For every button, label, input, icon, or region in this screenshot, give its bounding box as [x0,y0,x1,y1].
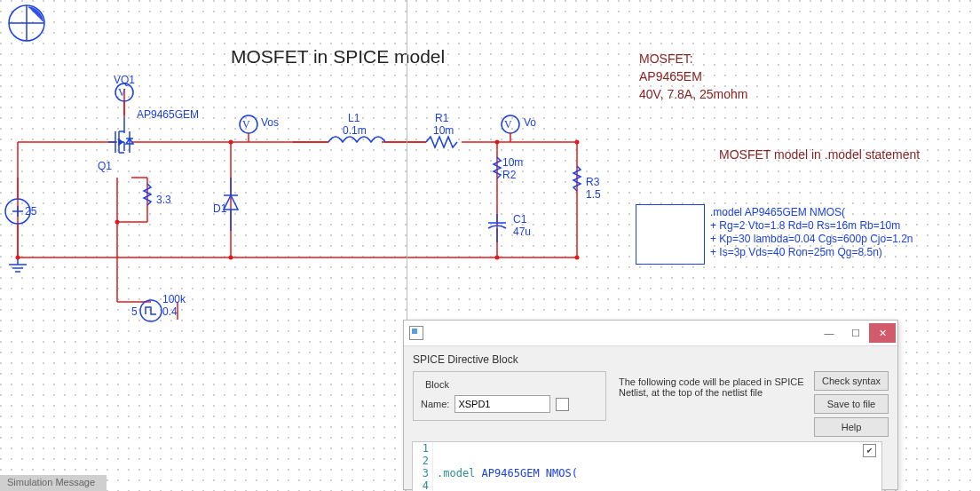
close-button[interactable]: ✕ [869,323,896,343]
r2-name: R2 [502,169,516,181]
vq1-meter-letter: V [118,86,126,99]
vos-label: Vos [261,116,279,129]
block-name-input[interactable] [454,395,550,413]
svg-point-10 [115,220,120,225]
block-legend: Block [423,379,452,390]
d1-label: D1 [213,202,226,215]
svg-point-8 [575,140,580,145]
help-button[interactable]: Help [814,417,889,437]
q1-label: Q1 [98,160,112,172]
code-lines[interactable]: .model AP9465GEM NMOS( + Rg=2 Vto=1.8 Rd… [433,442,674,491]
svg-point-4 [229,140,233,145]
dialog-info-text: The following code will be placed in SPI… [619,376,814,398]
save-to-file-button[interactable]: Save to file [814,394,889,414]
check-syntax-button[interactable]: Check syntax [814,371,889,391]
gate-r-val: 3.3 [156,194,171,206]
svg-point-5 [229,256,233,260]
anno-model-line: MOSFET model in .model statement [719,147,920,162]
dialog-heading: SPICE Directive Block [413,353,889,366]
vsrc-val: 25 [25,205,36,218]
anno-mosfet-heading: MOSFET: [639,51,693,66]
vq1-label: VQ1 [114,74,135,86]
block-fieldset: Block Name: [413,371,606,421]
directive-code-editor[interactable]: 1 2 3 4 .model AP9465GEM NMOS( + Rg=2 Vt… [412,441,882,491]
code-enable-checkbox[interactable] [863,444,876,457]
vo-meter-letter: V [504,118,512,131]
l1-name: L1 [348,112,360,124]
pulse-b: 0.4 [162,305,178,318]
r3-val: 1.5 [586,188,601,201]
dialog-titlebar[interactable]: — ☐ ✕ [404,321,897,346]
model-directive-text: .model AP9465GEM NMOS( + Rg=2 Vto=1.8 Rd… [710,206,913,259]
svg-point-9 [575,256,580,260]
part-label: AP9465GEM [137,108,199,121]
svg-point-6 [495,140,500,145]
maximize-button[interactable]: ☐ [842,323,869,343]
l1-val: 0.1m [343,124,367,137]
status-bar: Simulation Message [0,475,107,491]
c1-name: C1 [513,213,526,226]
pulse-a: 5 [131,305,138,318]
r1-val: 10m [433,124,454,137]
svg-point-7 [495,256,500,260]
anno-mosfet-part: AP9465EM [639,69,702,83]
spice-directive-symbol[interactable] [636,204,705,265]
r3-name: R3 [586,176,599,188]
anno-mosfet-rating: 40V, 7.8A, 25mohm [639,87,747,101]
r2-val: 10m [502,156,523,169]
page-edge [407,0,407,320]
svg-marker-26 [119,139,122,145]
block-checkbox[interactable] [556,398,569,411]
vo-label: Vo [524,116,536,129]
minimize-button[interactable]: — [816,323,842,343]
c1-val: 47u [513,226,531,238]
schematic-svg [0,0,621,373]
dialog-app-icon [409,326,423,340]
name-label: Name: [421,399,449,409]
vos-meter-letter: V [242,118,250,131]
r1-name: R1 [435,112,448,124]
code-gutter: 1 2 3 4 [413,442,433,491]
pulse-freq: 100k [162,293,186,305]
